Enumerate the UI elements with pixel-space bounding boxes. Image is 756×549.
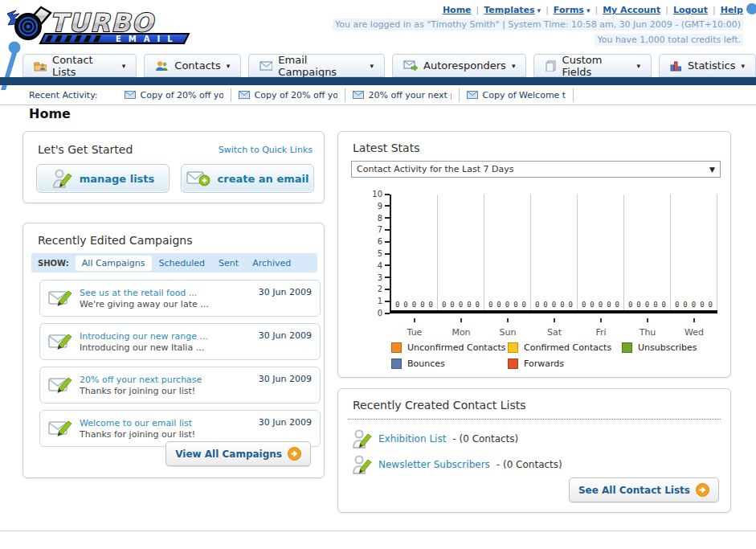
y-tick: 1 — [378, 297, 390, 305]
latest-stats-title: Latest Stats — [353, 141, 419, 154]
activity-item-label: Copy of Welcome to — [483, 90, 566, 100]
campaign-title-link[interactable]: 20% off your next purchase — [80, 375, 202, 385]
header-link-help[interactable]: Help — [721, 5, 743, 15]
data-value-label: 0 — [628, 301, 632, 309]
stats-period-select[interactable]: Contact Activity for the Last 7 Days ▼ — [351, 161, 721, 178]
campaign-title-link[interactable]: See us at the retail food ... — [80, 288, 197, 298]
chart-group-sun: 00000 — [484, 195, 531, 310]
recent-activity-item[interactable]: Copy of 20% off yo — [231, 88, 345, 102]
recent-activity-item[interactable]: 20% off your next p — [345, 88, 460, 102]
contact-lists-panel: Recently Created Contact Lists Exhibitio… — [337, 388, 731, 513]
tab-contacts[interactable]: Contacts▾ — [144, 54, 241, 77]
contact-list-count: - (0 Contacts) — [497, 459, 562, 470]
chart-group-wed: 00000 — [671, 195, 717, 310]
legend-item-unconfirmed-contacts: Unconfirmed Contacts — [391, 342, 508, 353]
data-value-label: 0 — [653, 301, 657, 309]
latest-stats-panel: Latest Stats Contact Activity for the La… — [337, 131, 731, 378]
data-value-label: 0 — [522, 301, 526, 309]
turbo-logo-graphic: TURBO EMAIL — [5, 2, 191, 44]
folder-user-icon — [34, 60, 47, 72]
data-value-label: 0 — [442, 301, 446, 309]
x-tick-thu: Thu — [624, 318, 671, 338]
campaign-card: 20% off your next purchaseThanks for joi… — [39, 367, 321, 404]
legend-item-forwards: Forwards — [508, 358, 622, 369]
x-tick-sun: Sun — [484, 318, 531, 338]
header-links: Home|Templates▾|Forms▾|My Account|Logout… — [333, 5, 743, 15]
data-value-label: 0 — [488, 301, 492, 309]
data-value-label: 0 — [582, 301, 586, 309]
legend-item-bounces: Bounces — [391, 358, 508, 369]
x-tick-sat: Sat — [531, 318, 578, 338]
y-tick: 5 — [378, 249, 390, 258]
campaign-subtitle: We're giving away our late ... — [80, 299, 209, 310]
recent-activity-item[interactable]: Copy of Welcome to — [460, 88, 574, 102]
view-all-campaigns-button[interactable]: View All Campaigns — [166, 441, 311, 466]
manage-lists-button[interactable]: manage lists — [36, 164, 170, 193]
data-value-label: 0 — [700, 301, 704, 309]
chart-plot: 00000000000000000000000000000000000 — [390, 195, 717, 313]
recent-activity-item[interactable]: Copy of 20% off yo — [117, 88, 231, 102]
filter-archived[interactable]: Archived — [252, 258, 291, 268]
see-all-contact-lists-button[interactable]: See All Contact Lists — [569, 477, 719, 502]
recent-activity-items: Copy of 20% off yoCopy of 20% off yo20% … — [117, 88, 574, 102]
arrow-circle-icon — [288, 447, 301, 461]
data-value-label: 0 — [467, 301, 471, 309]
legend-label: Forwards — [524, 358, 564, 369]
separator: | — [476, 5, 480, 15]
campaign-date: 30 Jun 2009 — [259, 374, 312, 384]
filter-sent[interactable]: Sent — [219, 258, 239, 268]
filter-all-campaigns[interactable]: All Campaigns — [76, 256, 152, 271]
data-value-label: 0 — [403, 301, 407, 309]
campaign-title-link[interactable]: Welcome to our email list — [80, 418, 192, 428]
legend-label: Bounces — [407, 358, 445, 369]
corner-dot-decoration — [746, 3, 756, 14]
stats-period-value: Contact Activity for the Last 7 Days — [357, 164, 513, 174]
campaign-title-link[interactable]: Introducing our new range ... — [80, 331, 208, 342]
contact-activity-chart: 012345678910 000000000000000000000000000… — [349, 188, 721, 338]
filter-scheduled[interactable]: Scheduled — [159, 258, 206, 268]
tab-label: Custom Fields — [562, 54, 631, 78]
y-tick: 9 — [378, 202, 390, 211]
data-value-label: 0 — [683, 301, 687, 309]
header-link-my-account[interactable]: My Account — [603, 5, 660, 15]
tab-label: Statistics — [688, 59, 735, 72]
tab-custom-fields[interactable]: Custom Fields▾ — [533, 54, 652, 77]
data-value-label: 0 — [535, 301, 539, 309]
contact-list-link[interactable]: Exhibition List — [378, 433, 446, 445]
campaign-subtitle: Thanks for joining our list! — [80, 429, 195, 440]
recent-activity-label: Recent Activity: — [29, 90, 98, 100]
header-link-home[interactable]: Home — [443, 5, 472, 15]
chevron-down-icon: ▾ — [370, 62, 374, 70]
header-link-templates[interactable]: Templates — [484, 5, 534, 15]
x-tick-fri: Fri — [578, 318, 624, 338]
data-value-label: 0 — [552, 301, 556, 309]
brand-sub: EMAIL — [116, 35, 180, 43]
campaign-list: See us at the retail food ...We're givin… — [39, 280, 321, 453]
campaign-date: 30 Jun 2009 — [259, 417, 312, 428]
create-an-email-button[interactable]: create an email — [181, 164, 314, 193]
tab-autoresponders[interactable]: Autoresponders▾ — [392, 54, 526, 77]
legend-item-confirmed-contacts: Confirmed Contacts — [508, 342, 622, 353]
contact-list-link[interactable]: Newsletter Subscribers — [378, 459, 490, 470]
tab-statistics[interactable]: Statistics▾ — [659, 54, 756, 77]
data-value-label: 0 — [497, 301, 501, 309]
switch-to-quick-links-link[interactable]: Switch to Quick Links — [219, 145, 313, 155]
header-link-logout[interactable]: Logout — [673, 5, 708, 15]
envelope-icon — [239, 91, 250, 99]
header-link-forms[interactable]: Forms — [554, 5, 584, 15]
campaigns-panel: Recently Edited Campaigns SHOW: All Camp… — [22, 223, 325, 478]
data-value-label: 0 — [459, 301, 463, 309]
navy-divider-bar — [0, 77, 756, 85]
contact-list-item: Exhibition List- (0 Contacts) — [351, 426, 562, 452]
data-value-label: 0 — [429, 301, 433, 309]
chart-group-fri: 00000 — [578, 195, 624, 310]
page-title: Home — [29, 106, 71, 121]
chart-group-tue: 00000 — [391, 195, 438, 310]
y-tick: 0 — [378, 309, 390, 318]
envelope-plus-icon — [186, 170, 210, 187]
tab-email-campaigns[interactable]: Email Campaigns▾ — [248, 54, 385, 77]
legend-swatch — [391, 358, 402, 369]
tab-contact-lists[interactable]: Contact Lists▾ — [22, 54, 137, 77]
get-started-panel: Let's Get Started Switch to Quick Links … — [22, 131, 325, 203]
data-value-label: 0 — [450, 301, 454, 309]
